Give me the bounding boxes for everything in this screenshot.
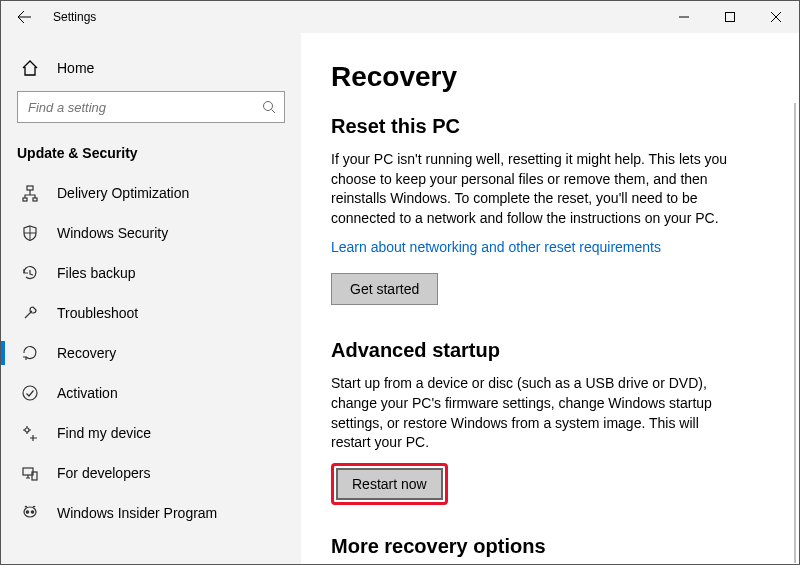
restart-now-button[interactable]: Restart now — [336, 468, 443, 500]
sidebar-item-for-developers[interactable]: For developers — [1, 453, 301, 493]
sidebar-item-label: Windows Insider Program — [57, 505, 217, 521]
advanced-body: Start up from a device or disc (such as … — [331, 374, 741, 452]
sidebar: Home Update & Security Delivery Optimiza… — [1, 33, 301, 564]
close-icon — [771, 12, 781, 22]
developers-icon — [21, 464, 39, 482]
check-circle-icon — [21, 384, 39, 402]
sidebar-item-recovery[interactable]: Recovery — [1, 333, 301, 373]
sidebar-item-label: For developers — [57, 465, 150, 481]
wrench-icon — [21, 304, 39, 322]
svg-rect-3 — [23, 198, 27, 201]
backup-icon — [21, 264, 39, 282]
reset-link[interactable]: Learn about networking and other reset r… — [331, 239, 661, 255]
search-icon — [254, 100, 284, 114]
sidebar-home[interactable]: Home — [1, 51, 301, 91]
maximize-icon — [725, 12, 735, 22]
home-label: Home — [57, 60, 94, 76]
search-input[interactable] — [18, 100, 254, 115]
back-button[interactable] — [1, 1, 47, 33]
nav-list: Delivery Optimization Windows Security F… — [1, 173, 301, 533]
more-heading: More recovery options — [331, 535, 769, 558]
arrow-left-icon — [16, 9, 32, 25]
shield-icon — [21, 224, 39, 242]
sidebar-item-label: Find my device — [57, 425, 151, 441]
location-icon — [21, 424, 39, 442]
insider-icon — [21, 504, 39, 522]
delivery-icon — [21, 184, 39, 202]
titlebar: Settings — [1, 1, 799, 33]
advanced-heading: Advanced startup — [331, 339, 769, 362]
sidebar-item-label: Delivery Optimization — [57, 185, 189, 201]
sidebar-item-find-my-device[interactable]: Find my device — [1, 413, 301, 453]
window-controls — [661, 1, 799, 33]
content: Recovery Reset this PC If your PC isn't … — [301, 33, 799, 564]
sidebar-item-label: Recovery — [57, 345, 116, 361]
svg-point-5 — [23, 386, 37, 400]
search-wrap — [1, 91, 301, 141]
scrollbar[interactable] — [794, 103, 796, 563]
search-box[interactable] — [17, 91, 285, 123]
svg-rect-2 — [27, 186, 33, 190]
sidebar-item-label: Windows Security — [57, 225, 168, 241]
restart-highlight: Restart now — [331, 463, 448, 505]
sidebar-item-windows-insider[interactable]: Windows Insider Program — [1, 493, 301, 533]
minimize-icon — [679, 12, 689, 22]
svg-rect-0 — [726, 13, 735, 22]
sidebar-item-label: Troubleshoot — [57, 305, 138, 321]
svg-point-6 — [25, 428, 29, 432]
window-title: Settings — [53, 10, 96, 24]
sidebar-item-activation[interactable]: Activation — [1, 373, 301, 413]
sidebar-item-label: Activation — [57, 385, 118, 401]
sidebar-item-files-backup[interactable]: Files backup — [1, 253, 301, 293]
svg-point-11 — [31, 511, 33, 513]
home-icon — [21, 59, 39, 77]
reset-body: If your PC isn't running well, resetting… — [331, 150, 741, 228]
page-title: Recovery — [331, 61, 769, 93]
body: Home Update & Security Delivery Optimiza… — [1, 33, 799, 564]
sidebar-item-label: Files backup — [57, 265, 136, 281]
close-button[interactable] — [753, 1, 799, 33]
settings-window: Settings Home Update & Security — [0, 0, 800, 565]
sidebar-item-troubleshoot[interactable]: Troubleshoot — [1, 293, 301, 333]
svg-point-1 — [264, 102, 273, 111]
sidebar-category: Update & Security — [1, 141, 301, 173]
sidebar-item-delivery-optimization[interactable]: Delivery Optimization — [1, 173, 301, 213]
svg-rect-4 — [33, 198, 37, 201]
reset-heading: Reset this PC — [331, 115, 769, 138]
get-started-button[interactable]: Get started — [331, 273, 438, 305]
sidebar-item-windows-security[interactable]: Windows Security — [1, 213, 301, 253]
minimize-button[interactable] — [661, 1, 707, 33]
recovery-icon — [21, 344, 39, 362]
maximize-button[interactable] — [707, 1, 753, 33]
svg-point-10 — [26, 511, 28, 513]
